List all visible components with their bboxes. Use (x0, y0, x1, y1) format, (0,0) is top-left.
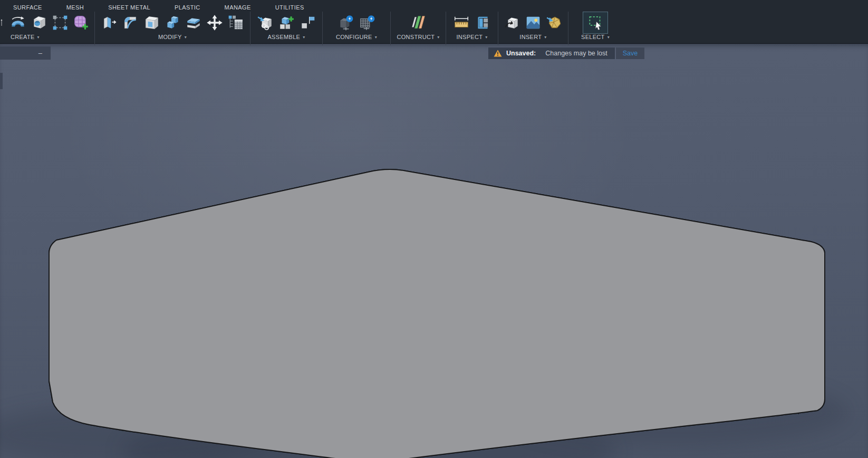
move-icon[interactable] (205, 13, 225, 33)
group-separator (250, 12, 250, 45)
select-window-icon[interactable] (583, 12, 608, 34)
combine-icon[interactable] (163, 13, 182, 33)
group-select: SELECT▾ (570, 12, 621, 40)
unsaved-warning-bar: Unsaved: Changes may be lost Save (488, 47, 644, 59)
new-component-icon[interactable] (277, 13, 296, 33)
tab-plastic[interactable]: PLASTIC (175, 4, 200, 11)
hole-icon[interactable] (29, 13, 49, 33)
viewport[interactable] (0, 43, 868, 458)
ribbon-tabstrip: SURFACE MESH SHEET METAL PLASTIC MANAGE … (0, 0, 868, 12)
group-construct: CONSTRUCT▾ (392, 12, 444, 40)
chevron-down-icon: ▾ (37, 35, 40, 40)
voronoi-box-body[interactable] (46, 169, 825, 458)
group-separator (446, 12, 446, 45)
configuration-table-icon[interactable] (358, 13, 377, 33)
chevron-down-icon: ▾ (303, 35, 305, 40)
link-cube-icon[interactable] (256, 13, 275, 33)
insert-mesh-icon[interactable] (545, 13, 564, 33)
save-button[interactable]: Save (616, 47, 645, 59)
document-tab-label: – (38, 49, 42, 57)
unsaved-message: Changes may be lost (545, 50, 607, 57)
sketch-scale-icon[interactable] (50, 13, 70, 33)
chevron-down-icon: ▾ (437, 35, 439, 40)
measure-icon[interactable] (452, 13, 471, 33)
construct-dropdown[interactable]: CONSTRUCT▾ (397, 34, 439, 40)
joint-flag-icon[interactable] (298, 13, 317, 33)
group-separator (390, 12, 391, 45)
warning-triangle-icon (494, 50, 502, 57)
tab-utilities[interactable]: UTILITIES (275, 4, 304, 11)
configure-dropdown[interactable]: CONFIGURE▾ (336, 34, 377, 40)
insert-dropdown[interactable]: INSERT▾ (519, 34, 546, 40)
unsaved-warning-message: Unsaved: Changes may be lost (488, 47, 615, 59)
group-assemble: ASSEMBLE▾ (252, 12, 321, 40)
group-separator (498, 12, 498, 45)
group-create: CREATE▾ (0, 12, 93, 40)
axis-line-icon[interactable] (0, 12, 6, 34)
tab-mesh[interactable]: MESH (66, 4, 84, 11)
section-analysis-icon[interactable] (473, 13, 493, 33)
parameters-icon[interactable] (226, 13, 246, 33)
group-separator (94, 12, 95, 45)
chevron-down-icon: ▾ (375, 35, 377, 40)
create-form-icon[interactable] (71, 13, 91, 33)
tab-sheet-metal[interactable]: SHEET METAL (108, 4, 150, 11)
split-body-icon[interactable] (184, 13, 204, 33)
configuration-cube-icon[interactable] (336, 13, 356, 33)
fillet-icon[interactable] (121, 13, 140, 33)
fusion-window: SURFACE MESH SHEET METAL PLASTIC MANAGE … (0, 0, 868, 458)
ribbon-toolrow: CREATE▾ (0, 12, 868, 42)
tab-surface[interactable]: SURFACE (13, 4, 42, 11)
assemble-dropdown[interactable]: ASSEMBLE▾ (267, 34, 305, 40)
construction-planes-icon[interactable] (409, 13, 428, 33)
canvas-image-icon[interactable] (524, 13, 543, 33)
chevron-down-icon: ▾ (544, 35, 546, 40)
chevron-down-icon: ▾ (185, 35, 187, 40)
group-insert: INSERT▾ (500, 12, 566, 40)
select-dropdown[interactable]: SELECT▾ (581, 34, 610, 40)
unsaved-label: Unsaved: (506, 50, 536, 57)
document-tab[interactable]: – (0, 46, 51, 60)
revolve-icon[interactable] (8, 13, 27, 33)
shell-icon[interactable] (142, 13, 161, 33)
group-configure: CONFIGURE▾ (324, 12, 389, 40)
modify-dropdown[interactable]: MODIFY▾ (158, 34, 187, 40)
tab-manage[interactable]: MANAGE (225, 4, 251, 11)
press-pull-icon[interactable] (100, 13, 119, 33)
chevron-down-icon: ▾ (485, 35, 487, 40)
viewport-canvas[interactable] (0, 43, 868, 458)
inspect-dropdown[interactable]: INSPECT▾ (456, 34, 487, 40)
ribbon: SURFACE MESH SHEET METAL PLASTIC MANAGE … (0, 0, 868, 44)
group-modify: MODIFY▾ (97, 12, 248, 40)
group-inspect: INSPECT▾ (448, 12, 496, 40)
group-separator (568, 12, 568, 45)
create-dropdown[interactable]: CREATE▾ (11, 34, 40, 40)
group-separator (322, 12, 323, 45)
panel-edge-handle[interactable] (0, 73, 3, 89)
chevron-down-icon: ▾ (607, 35, 610, 40)
insert-derive-icon[interactable] (503, 13, 522, 33)
